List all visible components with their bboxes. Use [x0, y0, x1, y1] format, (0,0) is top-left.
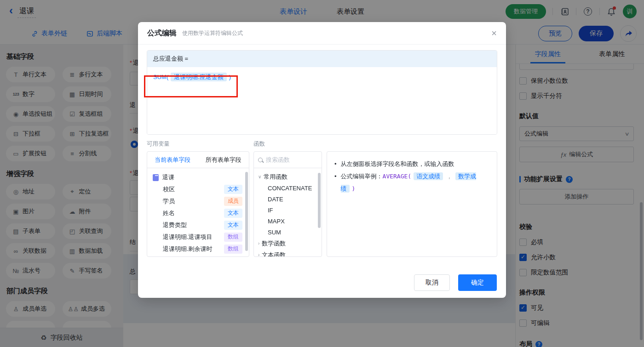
chevron-down-icon: ∨	[258, 174, 261, 179]
variable-item[interactable]: 校区文本	[147, 183, 249, 195]
formula-field-chip[interactable]: 退课明细.应退金额	[171, 73, 227, 81]
tab-current-form-fields[interactable]: 当前表单字段	[147, 152, 198, 168]
modal-footer: 取消 确定	[414, 274, 497, 291]
modal-subtitle: 使用数学运算符编辑公式	[182, 29, 243, 37]
confirm-button[interactable]: 确定	[458, 274, 497, 291]
variable-item[interactable]: 退课明细.剩余课时数组	[147, 243, 249, 255]
panels-row: 当前表单字段 所有表单字段 退课 校区文本 学员成员 姓名文本 退费类型文本 退…	[147, 151, 497, 257]
functions-label: 函数	[253, 140, 265, 148]
help-tip-text: 公式编辑举例：AVERAGE(语文成绩，数学成绩)	[341, 170, 489, 195]
function-group-text[interactable]: ›文本函数	[254, 249, 322, 257]
panel-labels: 可用变量 函数	[147, 140, 497, 148]
example-fn: AVERAGE(	[383, 173, 412, 180]
variable-name: 退费类型	[163, 221, 187, 229]
variable-root-label: 退课	[162, 173, 174, 182]
variable-name: 学员	[163, 197, 175, 205]
variable-item[interactable]: 退费类型文本	[147, 219, 249, 231]
function-group-math[interactable]: ›数学函数	[254, 238, 322, 249]
formula-editor-modal: 公式编辑 使用数学运算符编辑公式 × 总应退金额 = SUM(退课明细.应退金额…	[138, 22, 506, 298]
close-icon[interactable]: ×	[491, 28, 497, 38]
function-search-input[interactable]	[266, 156, 317, 163]
modal-body: 总应退金额 = SUM(退课明细.应退金额) 可用变量 函数 当前表单字段 所有…	[138, 45, 506, 257]
modal-title: 公式编辑	[147, 28, 177, 38]
example-prefix: 公式编辑举例：	[341, 173, 383, 180]
help-tip-text: 从左侧面板选择字段名和函数，或输入函数	[341, 158, 454, 170]
function-group-label: 常用函数	[264, 173, 288, 181]
variables-list: 退课 校区文本 学员成员 姓名文本 退费类型文本 退课明细.退课项目数组 退课明…	[147, 168, 249, 257]
type-badge: 文本	[224, 185, 242, 194]
example-comma: ，	[446, 173, 452, 180]
function-group-label: 文本函数	[262, 251, 286, 257]
help-tip-2: • 公式编辑举例：AVERAGE(语文成绩，数学成绩)	[334, 170, 489, 195]
cancel-button[interactable]: 取消	[414, 274, 450, 291]
variables-label: 可用变量	[147, 140, 253, 148]
variable-item[interactable]: 学员成员	[147, 195, 249, 207]
formula-close-paren: )	[229, 74, 231, 80]
search-icon	[258, 158, 263, 162]
variable-name: 校区	[163, 185, 175, 193]
function-group-common[interactable]: ∨常用函数	[254, 171, 322, 182]
bullet: •	[334, 158, 337, 170]
variable-name: 退课明细.退课项目	[163, 233, 213, 241]
example-chip: 语文成绩	[414, 172, 443, 180]
chevron-right-icon: ›	[258, 241, 259, 246]
function-group-label: 数学函数	[262, 239, 286, 248]
function-search	[254, 152, 322, 168]
function-item[interactable]: DATE	[254, 193, 322, 205]
function-item[interactable]: SUM	[254, 227, 322, 238]
variable-name: 退课明细.剩余课时	[163, 245, 213, 253]
modal-header: 公式编辑 使用数学运算符编辑公式 ×	[138, 22, 506, 45]
variable-item[interactable]: 姓名文本	[147, 207, 249, 219]
variables-panel: 当前表单字段 所有表单字段 退课 校区文本 学员成员 姓名文本 退费类型文本 退…	[147, 151, 249, 257]
type-badge: 文本	[224, 221, 242, 230]
formula-box: 总应退金额 = SUM(退课明细.应退金额)	[147, 50, 497, 135]
help-tip-1: • 从左侧面板选择字段名和函数，或输入函数	[334, 158, 489, 170]
tab-all-form-fields[interactable]: 所有表单字段	[198, 152, 249, 168]
function-item[interactable]: IF	[254, 205, 322, 216]
bullet: •	[334, 170, 337, 182]
help-panel: • 从左侧面板选择字段名和函数，或输入函数 • 公式编辑举例：AVERAGE(语…	[327, 151, 497, 257]
type-badge: 数组	[224, 245, 242, 254]
variable-root[interactable]: 退课	[147, 171, 249, 183]
example-close-paren: )	[352, 185, 356, 192]
function-item[interactable]: MAPX	[254, 216, 322, 227]
formula-editor[interactable]: SUM(退课明细.应退金额)	[147, 67, 497, 134]
type-badge: 数组	[224, 233, 242, 242]
variables-tabs: 当前表单字段 所有表单字段	[147, 152, 249, 168]
functions-panel: ∨常用函数 CONCATENATE DATE IF MAPX SUM ›数学函数…	[253, 151, 322, 257]
chevron-right-icon: ›	[258, 252, 259, 257]
type-badge: 成员	[224, 197, 242, 206]
formula-fn: SUM(	[153, 74, 168, 80]
scrollbar-thumb[interactable]	[245, 172, 248, 251]
functions-list: ∨常用函数 CONCATENATE DATE IF MAPX SUM ›数学函数…	[254, 168, 322, 257]
type-badge: 文本	[224, 209, 242, 218]
variable-name: 姓名	[163, 209, 175, 217]
scrollbar-thumb[interactable]	[318, 173, 321, 228]
formula-target: 总应退金额 =	[147, 51, 497, 67]
form-doc-icon	[153, 174, 159, 181]
function-item[interactable]: CONCATENATE	[254, 182, 322, 193]
variable-item[interactable]: 退课明细.退课项目数组	[147, 231, 249, 243]
